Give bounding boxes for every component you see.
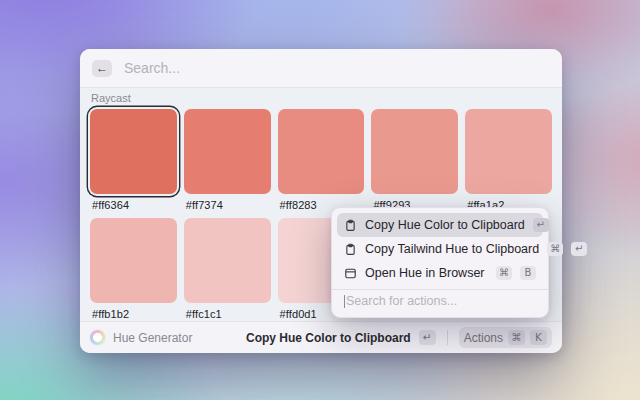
menu-item-copy-hue-color[interactable]: Copy Hue Color to Clipboard ↵ (337, 213, 543, 237)
browser-icon (344, 267, 357, 280)
color-swatch[interactable] (465, 109, 552, 194)
section-header: Raycast (91, 92, 551, 105)
menu-item-open-in-browser[interactable]: Open Hue in Browser ⌘ B (337, 261, 543, 285)
swatch-hex-label: #ff6364 (90, 199, 177, 212)
menu-item-label: Copy Hue Color to Clipboard (365, 218, 525, 232)
back-button[interactable]: ← (92, 60, 112, 77)
swatch-hex-label: #ffb1b2 (90, 308, 177, 321)
k-keycap: K (530, 330, 547, 345)
extension-name: Hue Generator (113, 331, 192, 345)
actions-menu: Copy Hue Color to Clipboard ↵ Copy Tailw… (331, 207, 549, 318)
menu-item-copy-tailwind-hue[interactable]: Copy Tailwind Hue to Clipboard ⌘ ↵ (337, 237, 543, 261)
color-swatch[interactable] (90, 109, 177, 194)
search-bar: ← Search... (80, 49, 562, 88)
color-swatch[interactable] (371, 109, 458, 194)
clipboard-icon (344, 219, 357, 232)
swatch-grid-row1 (90, 109, 552, 194)
menu-item-label: Copy Tailwind Hue to Clipboard (365, 242, 539, 256)
actions-search-input[interactable]: Search for actions... (337, 290, 543, 312)
return-keycap: ↵ (419, 330, 436, 345)
search-input[interactable]: Search... (124, 60, 180, 76)
color-swatch[interactable] (90, 218, 177, 303)
cmd-keycap: ⌘ (508, 330, 525, 345)
color-swatch[interactable] (278, 109, 365, 194)
actions-search-placeholder: Search for actions... (346, 294, 457, 308)
primary-action-label[interactable]: Copy Hue Color to Clipboard (246, 331, 411, 345)
desktop-background: ← Search... Raycast #ff6364 #ff7374 #ff8… (0, 0, 640, 400)
status-bar: Hue Generator Copy Hue Color to Clipboar… (80, 321, 562, 353)
b-keycap: B (520, 266, 536, 280)
cmd-keycap: ⌘ (547, 242, 563, 256)
swatch-hex-label: #ff7374 (184, 199, 271, 212)
actions-button[interactable]: Actions ⌘ K (459, 327, 552, 348)
clipboard-icon (344, 243, 357, 256)
actions-button-label: Actions (464, 331, 503, 345)
swatch-hex-label: #ffc1c1 (184, 308, 271, 321)
color-swatch[interactable] (184, 218, 271, 303)
return-keycap: ↵ (571, 242, 587, 256)
hue-ring-icon (90, 330, 105, 345)
cmd-keycap: ⌘ (496, 266, 512, 280)
footer-divider (447, 330, 448, 345)
color-swatch[interactable] (184, 109, 271, 194)
arrow-left-icon: ← (96, 61, 108, 75)
menu-item-label: Open Hue in Browser (365, 266, 488, 280)
return-keycap: ↵ (533, 218, 549, 232)
text-cursor (344, 295, 345, 308)
